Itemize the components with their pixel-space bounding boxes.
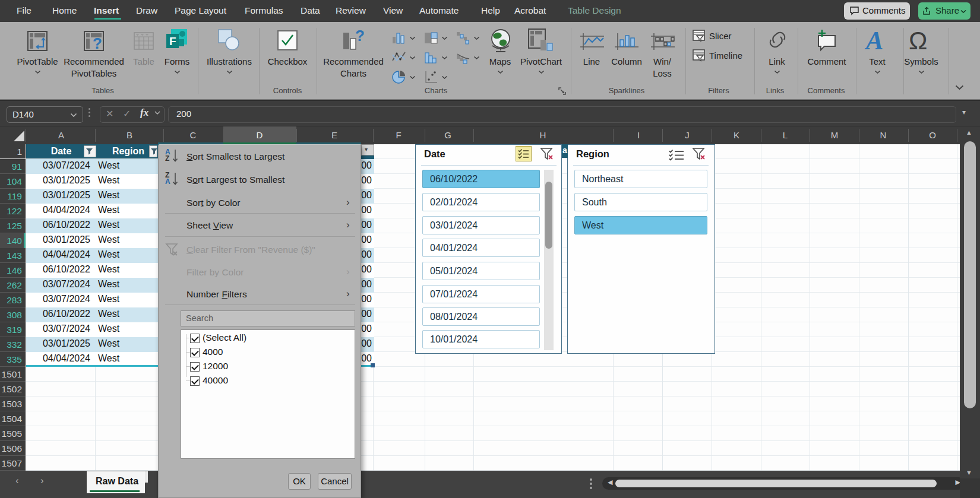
svg-text:?: ? xyxy=(355,28,365,45)
svg-text:F: F xyxy=(169,35,176,47)
svg-text:?: ? xyxy=(93,34,102,52)
